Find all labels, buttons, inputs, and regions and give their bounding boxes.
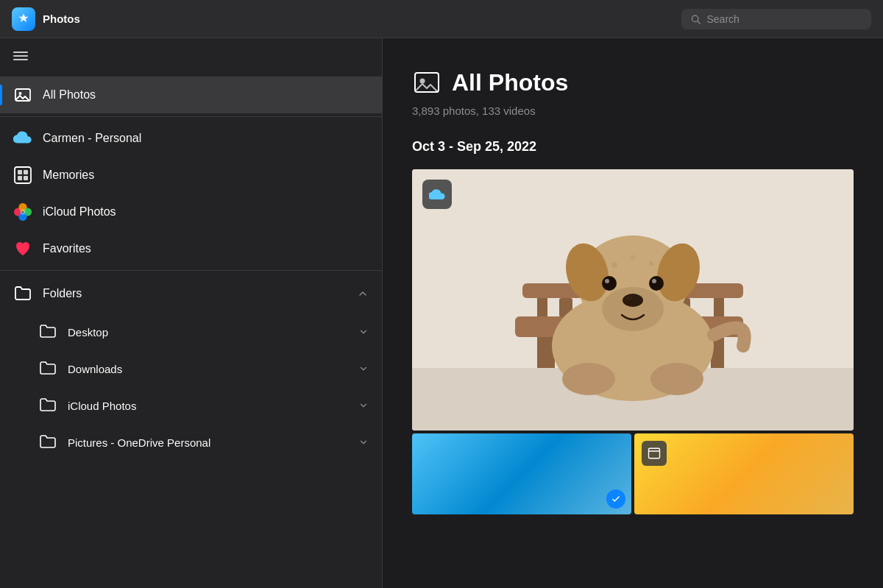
folders-header[interactable]: Folders — [0, 274, 382, 314]
memories-icon — [13, 166, 32, 185]
sidebar-item-favorites-label: Favorites — [43, 242, 91, 255]
main-photo[interactable] — [412, 169, 854, 431]
folder-item-icloud-photos[interactable]: iCloud Photos — [0, 387, 382, 424]
folder-item-desktop[interactable]: Desktop — [0, 314, 382, 350]
app-icon — [12, 7, 35, 31]
date-range: Oct 3 - Sep 25, 2022 — [412, 139, 854, 155]
folder-onedrive-label: Pictures - OneDrive Personal — [68, 436, 348, 449]
title-bar-left: Photos — [12, 7, 80, 31]
chevron-down-downloads-icon — [358, 364, 369, 374]
thumb-yellow-badge — [642, 441, 667, 466]
svg-point-16 — [20, 209, 25, 214]
folder-desktop-label: Desktop — [68, 326, 348, 339]
photo-icon — [13, 85, 32, 105]
sidebar-item-memories-label: Memories — [43, 169, 94, 182]
svg-point-37 — [623, 294, 643, 307]
content-header-icon — [412, 68, 442, 97]
chevron-down-onedrive-icon — [358, 437, 369, 447]
hamburger-button[interactable] — [0, 38, 382, 77]
folder-icloud-label: iCloud Photos — [68, 400, 348, 412]
folders-header-left: Folders — [13, 284, 82, 303]
chevron-down-icloud-icon — [358, 400, 369, 411]
sidebar: All Photos Carmen - Personal — [0, 38, 383, 588]
svg-rect-10 — [18, 176, 22, 180]
sidebar-item-favorites[interactable]: Favorites — [0, 230, 382, 267]
svg-rect-2 — [13, 52, 28, 53]
app-title: Photos — [43, 13, 80, 25]
content-subtitle: 3,893 photos, 133 videos — [412, 105, 854, 117]
folder-item-downloads[interactable]: Downloads — [0, 350, 382, 387]
icloud-photos-icon — [13, 202, 32, 222]
search-icon — [690, 13, 701, 25]
folder-icloud-icon — [38, 396, 57, 415]
folders-label: Folders — [43, 287, 82, 300]
svg-rect-8 — [18, 170, 22, 174]
svg-rect-3 — [13, 55, 28, 57]
svg-point-46 — [649, 261, 653, 266]
svg-point-39 — [602, 276, 617, 291]
sidebar-item-all-photos[interactable]: All Photos — [0, 77, 382, 113]
folder-onedrive-icon — [38, 433, 57, 452]
sidebar-item-carmen[interactable]: Carmen - Personal — [0, 120, 382, 157]
sidebar-item-icloud[interactable]: iCloud Photos — [0, 194, 382, 230]
svg-point-41 — [649, 276, 664, 291]
svg-point-47 — [631, 255, 636, 261]
folder-downloads-label: Downloads — [68, 363, 348, 375]
chevron-down-desktop-icon — [358, 327, 369, 337]
folder-item-onedrive[interactable]: Pictures - OneDrive Personal — [0, 424, 382, 461]
svg-point-43 — [562, 363, 615, 395]
dog-photo — [412, 169, 854, 431]
sidebar-item-icloud-label: iCloud Photos — [43, 205, 116, 219]
svg-point-45 — [611, 262, 617, 268]
svg-point-38 — [626, 296, 632, 300]
sidebar-item-all-photos-label: All Photos — [43, 88, 96, 102]
svg-rect-11 — [24, 176, 28, 180]
checkmark-badge — [606, 489, 625, 509]
thumb-blue[interactable] — [412, 433, 631, 514]
svg-point-40 — [605, 279, 609, 283]
folder-downloads-icon — [38, 359, 57, 378]
svg-rect-4 — [13, 59, 28, 60]
content-header: All Photos — [412, 68, 854, 97]
svg-point-18 — [420, 79, 425, 84]
svg-point-6 — [19, 92, 22, 95]
cloud-icon — [13, 129, 32, 148]
svg-point-42 — [652, 279, 656, 283]
svg-point-44 — [650, 363, 703, 395]
svg-line-1 — [698, 21, 700, 23]
svg-rect-48 — [649, 448, 660, 458]
content-area: All Photos 3,893 photos, 133 videos Oct … — [383, 38, 883, 588]
folder-icon — [13, 284, 32, 303]
cloud-badge — [422, 180, 452, 209]
divider-2 — [0, 270, 382, 271]
chevron-up-icon — [357, 288, 369, 300]
sidebar-item-memories[interactable]: Memories — [0, 157, 382, 194]
title-bar: Photos — [0, 0, 883, 38]
search-bar[interactable] — [681, 9, 871, 29]
sidebar-item-carmen-label: Carmen - Personal — [43, 132, 141, 145]
folders-section: Folders Desktop — [0, 274, 382, 461]
content-title: All Photos — [452, 69, 568, 96]
search-input[interactable] — [706, 13, 862, 25]
thumb-yellow[interactable] — [634, 433, 854, 514]
svg-rect-9 — [24, 170, 28, 174]
main-layout: All Photos Carmen - Personal — [0, 38, 883, 588]
photo-thumbnails — [412, 433, 854, 514]
heart-icon — [13, 239, 32, 258]
folder-desktop-icon — [38, 322, 57, 341]
divider-1 — [0, 116, 382, 117]
svg-rect-7 — [15, 167, 31, 183]
